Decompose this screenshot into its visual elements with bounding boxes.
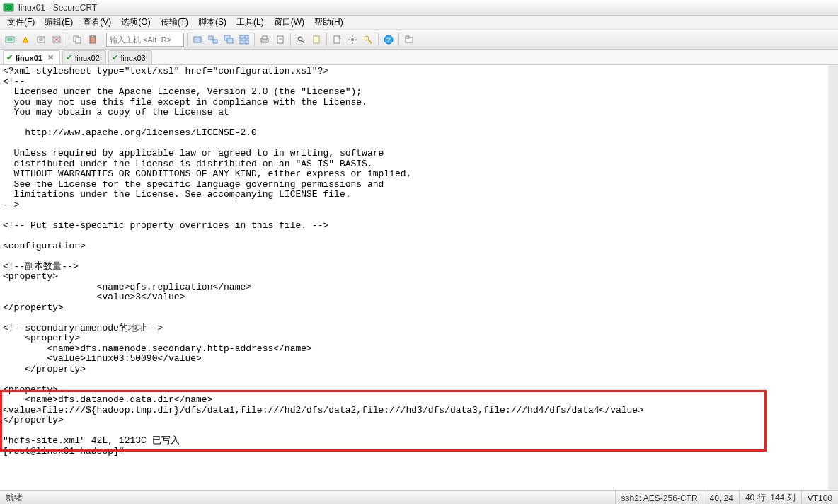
- find-icon[interactable]: [294, 33, 308, 47]
- svg-rect-17: [245, 35, 248, 39]
- quick-connect-icon[interactable]: [18, 33, 33, 47]
- title-bar: linux01 - SecureCRT: [0, 0, 838, 16]
- log-icon[interactable]: [309, 33, 323, 47]
- tab-bar: ✔ linux01 ✕ ✔ linux02 ✔ linux03: [0, 50, 838, 65]
- properties-icon[interactable]: [273, 33, 287, 47]
- svg-rect-19: [245, 40, 248, 44]
- menu-tools[interactable]: 工具(L): [232, 15, 268, 30]
- toolbar-separator: [398, 33, 399, 46]
- tab-label: linux02: [75, 54, 100, 62]
- svg-rect-12: [209, 36, 213, 40]
- tab-label: linux03: [121, 54, 146, 62]
- paste-icon[interactable]: [86, 33, 100, 47]
- status-cursor: 40, 24: [704, 491, 739, 504]
- menu-edit[interactable]: 编辑(E): [40, 15, 77, 30]
- terminal-area[interactable]: <?xml-stylesheet type="text/xsl" href="c…: [0, 65, 838, 490]
- menu-help[interactable]: 帮助(H): [310, 15, 348, 30]
- disconnect-icon[interactable]: [50, 33, 64, 47]
- status-size: 40 行, 144 列: [739, 491, 801, 504]
- status-protocol: ssh2: AES-256-CTR: [615, 491, 704, 504]
- reconnect-icon[interactable]: [34, 33, 48, 47]
- toolbar-separator: [254, 33, 255, 46]
- app-icon: [3, 2, 14, 13]
- host-input[interactable]: [106, 33, 184, 47]
- check-icon: ✔: [6, 53, 13, 62]
- svg-rect-8: [76, 38, 81, 43]
- status-bar: 就绪 ssh2: AES-256-CTR 40, 24 40 行, 144 列 …: [0, 490, 838, 504]
- key-icon[interactable]: [361, 33, 375, 47]
- toolbar-separator: [290, 33, 291, 46]
- settings-icon[interactable]: [345, 33, 360, 47]
- toolbar-separator: [326, 33, 327, 46]
- cascading-icon[interactable]: [222, 33, 236, 47]
- session-icon[interactable]: [190, 33, 205, 47]
- svg-rect-3: [7, 38, 13, 41]
- svg-line-36: [355, 37, 355, 38]
- menu-view[interactable]: 查看(V): [79, 15, 115, 30]
- check-icon: ✔: [66, 53, 72, 62]
- svg-line-39: [368, 40, 372, 43]
- svg-rect-15: [227, 38, 233, 43]
- tab-linux02[interactable]: ✔ linux02: [62, 50, 106, 64]
- tab-label: linux01: [16, 54, 42, 62]
- status-emulation: VT100: [801, 491, 838, 504]
- toolbar-separator: [187, 33, 188, 46]
- check-icon: ✔: [112, 53, 118, 62]
- help-icon[interactable]: ?: [381, 33, 396, 47]
- window-title: linux01 - SecureCRT: [18, 3, 97, 13]
- svg-rect-43: [406, 36, 409, 38]
- svg-line-35: [355, 42, 355, 42]
- svg-rect-16: [240, 35, 243, 39]
- tab-linux01[interactable]: ✔ linux01 ✕: [3, 50, 60, 64]
- svg-line-34: [350, 37, 350, 38]
- toolbar-separator: [67, 33, 67, 46]
- svg-rect-27: [314, 36, 319, 43]
- svg-line-37: [350, 42, 350, 42]
- svg-point-29: [351, 38, 354, 41]
- new-icon[interactable]: [330, 33, 344, 47]
- menu-file[interactable]: 文件(F): [3, 15, 39, 30]
- sessions-icon[interactable]: [206, 33, 220, 47]
- svg-rect-10: [91, 35, 94, 38]
- svg-rect-18: [240, 40, 243, 44]
- terminal-content: <?xml-stylesheet type="text/xsl" href="c…: [3, 67, 825, 457]
- menu-script[interactable]: 脚本(S): [194, 15, 231, 30]
- print-icon[interactable]: [258, 33, 272, 47]
- svg-rect-21: [263, 36, 267, 39]
- menu-options[interactable]: 选项(O): [117, 15, 154, 30]
- toolbar: ?: [0, 30, 838, 50]
- menu-window[interactable]: 窗口(W): [270, 15, 309, 30]
- menu-bar: 文件(F) 编辑(E) 查看(V) 选项(O) 传输(T) 脚本(S) 工具(L…: [0, 16, 838, 30]
- svg-text:?: ?: [386, 36, 391, 43]
- svg-rect-5: [39, 38, 43, 41]
- svg-line-26: [302, 41, 304, 43]
- status-ready: 就绪: [0, 492, 28, 504]
- tab-toggle-icon[interactable]: [402, 33, 416, 47]
- connect-icon[interactable]: [3, 33, 17, 47]
- tile-icon[interactable]: [237, 33, 251, 47]
- tab-linux03[interactable]: ✔ linux03: [108, 50, 152, 64]
- copy-icon[interactable]: [70, 33, 84, 47]
- svg-rect-11: [194, 37, 201, 42]
- svg-point-25: [298, 37, 302, 41]
- menu-transfer[interactable]: 传输(T): [156, 15, 193, 30]
- svg-rect-13: [213, 40, 217, 43]
- toolbar-separator: [103, 33, 103, 46]
- tab-close-icon[interactable]: ✕: [47, 53, 54, 62]
- toolbar-separator: [378, 33, 379, 46]
